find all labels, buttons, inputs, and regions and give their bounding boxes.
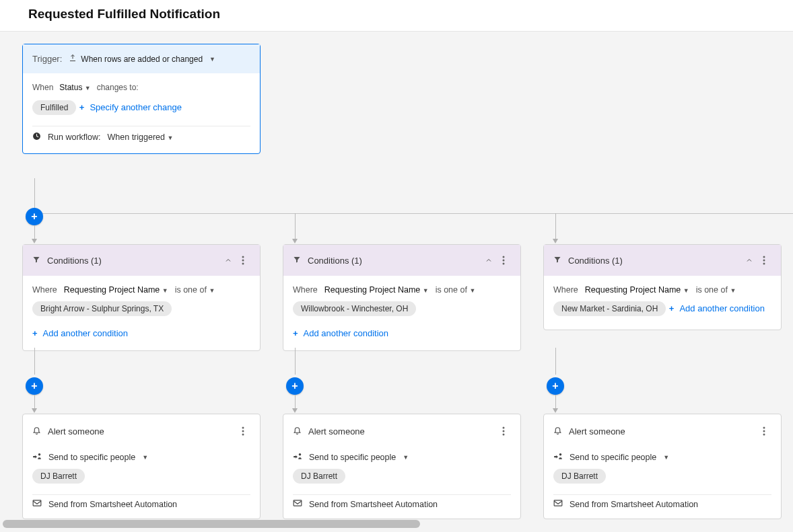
alert-card[interactable]: Alert someone Send to specific people ▼ … — [22, 414, 261, 519]
plus-icon: + — [32, 328, 38, 338]
conditions-header[interactable]: Conditions (1) — [23, 245, 260, 276]
send-to-row[interactable]: Send to specific people ▼ — [553, 452, 771, 462]
svg-point-22 — [763, 434, 765, 436]
envelope-check-icon — [32, 499, 42, 509]
bell-icon — [293, 426, 302, 436]
kebab-icon — [763, 256, 765, 265]
more-options-button[interactable] — [496, 424, 511, 439]
recipient-chip[interactable]: DJ Barrett — [553, 469, 606, 484]
kebab-icon — [502, 256, 505, 265]
connector-line — [34, 348, 35, 375]
alert-header[interactable]: Alert someone — [544, 414, 781, 445]
caret-down-icon: ▼ — [469, 287, 475, 294]
people-arrow-icon — [553, 452, 563, 462]
people-arrow-icon — [32, 452, 42, 462]
changes-to-label: changes to: — [97, 83, 139, 92]
condition-op-select[interactable]: is one of ▼ — [696, 285, 736, 295]
condition-field-select[interactable]: Requesting Project Name ▼ — [324, 285, 429, 295]
arrow-down-icon — [292, 239, 298, 243]
add-step-button[interactable]: + — [286, 377, 304, 395]
send-to-row[interactable]: Send to specific people ▼ — [293, 452, 511, 462]
svg-point-10 — [503, 260, 505, 262]
conditions-header[interactable]: Conditions (1) — [544, 245, 781, 276]
svg-point-14 — [503, 434, 505, 436]
bell-icon — [32, 426, 41, 436]
conditions-card[interactable]: Conditions (1) Where Requesting Project … — [22, 244, 261, 351]
envelope-check-icon — [293, 499, 302, 509]
recipient-chip[interactable]: DJ Barrett — [293, 469, 345, 484]
send-from-row[interactable]: Send from Smartsheet Automation — [32, 499, 250, 509]
kebab-icon — [242, 256, 244, 265]
page-title: Requested Fulfilled Notification — [0, 0, 793, 31]
conditions-title: Conditions (1) — [568, 256, 623, 266]
trigger-value-chip[interactable]: Fulfilled — [32, 100, 76, 115]
where-label: Where — [32, 285, 57, 295]
svg-point-19 — [763, 263, 765, 265]
trigger-card[interactable]: Trigger: When rows are added or changed … — [22, 44, 261, 154]
condition-op-select[interactable]: is one of ▼ — [436, 285, 476, 295]
send-to-row[interactable]: Send to specific people ▼ — [32, 452, 250, 462]
filter-icon — [553, 256, 561, 266]
add-step-button[interactable]: + — [26, 377, 43, 395]
send-to-label: Send to specific people — [309, 453, 396, 462]
specify-another-change-button[interactable]: + Specify another change — [79, 102, 182, 112]
alert-header[interactable]: Alert someone — [23, 414, 260, 445]
caret-down-icon: ▼ — [423, 287, 429, 294]
add-branch-button[interactable]: + — [26, 208, 43, 225]
connector-line — [295, 213, 296, 240]
add-condition-button[interactable]: + Add another condition — [293, 328, 388, 338]
trigger-type-select[interactable]: When rows are added or changed ▼ — [69, 54, 215, 64]
upload-icon — [69, 54, 77, 64]
condition-value-chip[interactable]: New Market - Sardinia, OH — [553, 301, 666, 316]
people-arrow-icon — [293, 452, 302, 462]
where-label: Where — [293, 285, 318, 295]
more-options-button[interactable] — [757, 253, 771, 268]
condition-op-select[interactable]: is one of ▼ — [175, 285, 215, 295]
alert-card[interactable]: Alert someone Send to specific people ▼ … — [283, 414, 521, 519]
svg-point-12 — [503, 427, 505, 429]
condition-value-chip[interactable]: Bright Arrow - Sulphur Springs, TX — [32, 301, 172, 316]
condition-field-select[interactable]: Requesting Project Name ▼ — [585, 285, 689, 295]
svg-point-1 — [242, 256, 244, 258]
add-condition-label: Add another condition — [304, 328, 388, 338]
send-from-row[interactable]: Send from Smartsheet Automation — [553, 499, 771, 509]
envelope-check-icon — [553, 499, 563, 509]
add-condition-label: Add another condition — [43, 328, 128, 338]
plus-icon: + — [293, 328, 298, 338]
condition-value-chip[interactable]: Willowbrook - Winchester, OH — [293, 301, 416, 316]
collapse-button[interactable] — [481, 253, 496, 268]
caret-down-icon: ▼ — [209, 287, 215, 294]
add-condition-label: Add another condition — [679, 303, 764, 313]
add-condition-button[interactable]: + Add another condition — [32, 328, 128, 338]
connector-line — [555, 395, 556, 410]
trigger-type-label: When rows are added or changed — [81, 54, 203, 64]
more-options-button[interactable] — [236, 253, 250, 268]
when-field-select[interactable]: Status ▼ — [59, 83, 90, 92]
alert-title: Alert someone — [308, 426, 365, 436]
alert-header[interactable]: Alert someone — [283, 414, 520, 445]
more-options-button[interactable] — [496, 253, 511, 268]
run-workflow-select[interactable]: When triggered ▼ — [108, 132, 174, 142]
add-condition-button[interactable]: + Add another condition — [669, 303, 765, 313]
more-options-button[interactable] — [757, 424, 771, 439]
caret-down-icon: ▼ — [663, 454, 669, 461]
svg-point-4 — [242, 427, 244, 429]
more-options-button[interactable] — [236, 424, 250, 439]
trigger-header[interactable]: Trigger: When rows are added or changed … — [23, 44, 260, 73]
conditions-card[interactable]: Conditions (1) Where Requesting Project … — [283, 244, 521, 351]
arrow-down-icon — [553, 408, 558, 413]
alert-card[interactable]: Alert someone Send to specific people ▼ … — [543, 414, 782, 519]
caret-down-icon: ▼ — [403, 454, 409, 461]
add-step-button[interactable]: + — [547, 377, 564, 395]
condition-field-select[interactable]: Requesting Project Name ▼ — [64, 285, 168, 295]
horizontal-scrollbar[interactable] — [3, 520, 420, 528]
chevron-up-icon — [224, 256, 232, 264]
collapse-button[interactable] — [221, 253, 236, 268]
conditions-header[interactable]: Conditions (1) — [283, 245, 520, 276]
recipient-chip[interactable]: DJ Barrett — [32, 469, 85, 484]
chevron-up-icon — [485, 256, 493, 264]
conditions-card[interactable]: Conditions (1) Where Requesting Project … — [543, 244, 782, 330]
collapse-button[interactable] — [742, 253, 757, 268]
kebab-icon — [763, 426, 765, 436]
send-from-row[interactable]: Send from Smartsheet Automation — [293, 499, 511, 509]
